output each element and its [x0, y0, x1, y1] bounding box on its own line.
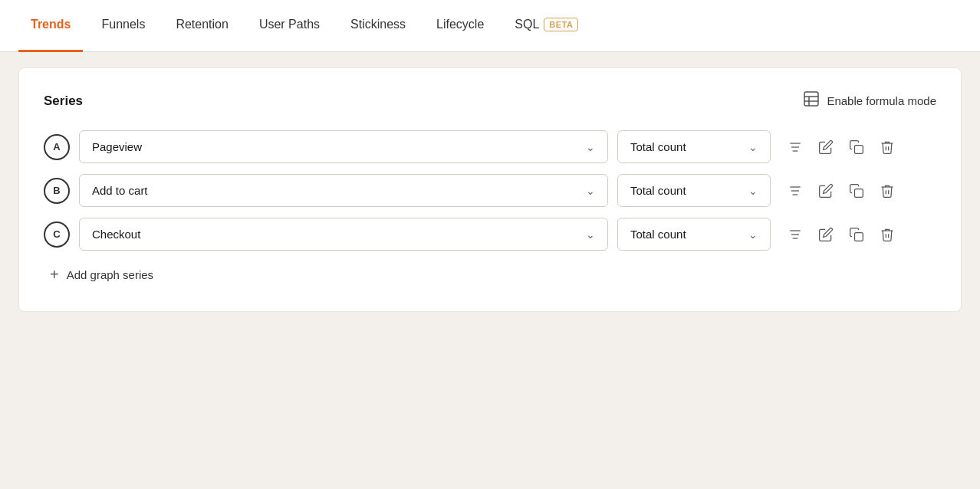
filter-button-c[interactable] [783, 222, 807, 247]
nav-item-trends[interactable]: Trends [18, 0, 83, 52]
event-name: Pageview [92, 140, 142, 153]
count-label: Total count [630, 140, 686, 153]
add-series-label: Add graph series [67, 268, 153, 281]
row-actions [783, 222, 899, 247]
delete-button-b[interactable] [875, 179, 899, 203]
event-name: Add to cart [92, 184, 148, 197]
count-label: Total count [630, 184, 686, 197]
chevron-down-icon: ⌄ [748, 185, 758, 197]
chevron-down-icon: ⌄ [748, 141, 758, 153]
chevron-down-icon: ⌄ [586, 228, 595, 241]
copy-button-b[interactable] [844, 179, 869, 203]
copy-button-a[interactable] [844, 135, 869, 159]
card-header: Series Enable formula mode [44, 90, 936, 112]
formula-mode-button[interactable]: Enable formula mode [802, 90, 936, 112]
series-row: B Add to cart ⌄ Total count ⌄ [44, 174, 936, 207]
count-select-a[interactable]: Total count ⌄ [617, 130, 771, 163]
svg-rect-7 [855, 145, 863, 153]
series-label-b: B [44, 178, 70, 204]
edit-button-b[interactable] [814, 179, 838, 203]
edit-button-c[interactable] [814, 222, 838, 247]
chevron-down-icon: ⌄ [586, 185, 595, 197]
row-actions [783, 179, 899, 203]
plus-icon: + [50, 266, 59, 284]
series-row: A Pageview ⌄ Total count ⌄ [44, 130, 936, 163]
add-series-button[interactable]: + Add graph series [44, 263, 159, 287]
series-label-a: A [44, 134, 70, 160]
count-select-b[interactable]: Total count ⌄ [617, 174, 771, 207]
chevron-down-icon: ⌄ [748, 228, 758, 241]
count-label: Total count [630, 228, 686, 241]
formula-mode-label: Enable formula mode [827, 94, 936, 107]
row-actions [783, 135, 899, 159]
nav-item-lifecycle[interactable]: Lifecycle [424, 0, 496, 52]
nav-item-user-paths[interactable]: User Paths [247, 0, 332, 52]
edit-button-a[interactable] [814, 135, 838, 159]
formula-icon [802, 90, 821, 112]
nav-item-funnels[interactable]: Funnels [89, 0, 157, 52]
svg-rect-0 [804, 92, 818, 106]
main-content: Series Enable formula mode A Pageview [0, 52, 980, 327]
series-rows-container: A Pageview ⌄ Total count ⌄ B Add to [44, 130, 936, 251]
event-select-c[interactable]: Checkout ⌄ [79, 218, 608, 251]
series-card: Series Enable formula mode A Pageview [18, 67, 962, 312]
filter-button-a[interactable] [783, 135, 807, 159]
svg-rect-11 [855, 189, 863, 197]
series-label-c: C [44, 222, 70, 248]
nav-item-stickiness[interactable]: Stickiness [338, 0, 418, 52]
count-select-c[interactable]: Total count ⌄ [617, 218, 771, 251]
svg-rect-15 [855, 232, 863, 241]
delete-button-a[interactable] [875, 135, 899, 159]
filter-button-b[interactable] [783, 179, 807, 203]
nav-item-sql[interactable]: SQL BETA [502, 0, 590, 52]
event-select-b[interactable]: Add to cart ⌄ [79, 174, 608, 207]
series-title: Series [44, 94, 83, 109]
chevron-down-icon: ⌄ [586, 141, 595, 153]
copy-button-c[interactable] [844, 222, 869, 247]
nav-item-retention[interactable]: Retention [163, 0, 241, 52]
series-row: C Checkout ⌄ Total count ⌄ [44, 218, 936, 251]
event-name: Checkout [92, 228, 140, 241]
delete-button-c[interactable] [875, 222, 899, 247]
beta-badge: BETA [544, 18, 578, 31]
top-nav: Trends Funnels Retention User Paths Stic… [0, 0, 980, 52]
event-select-a[interactable]: Pageview ⌄ [79, 130, 608, 163]
